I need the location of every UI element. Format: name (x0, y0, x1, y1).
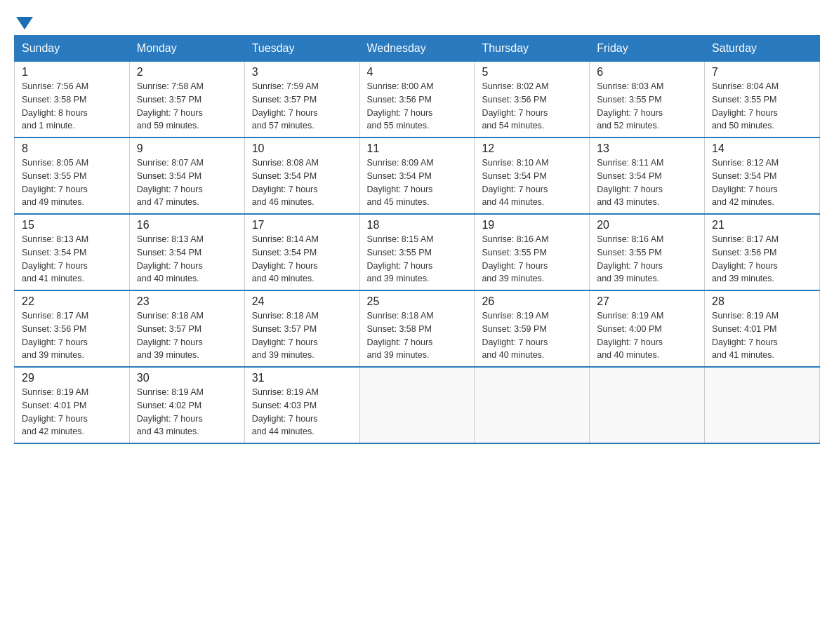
calendar-day-cell: 7 Sunrise: 8:04 AMSunset: 3:55 PMDayligh… (705, 61, 820, 137)
calendar-day-cell: 8 Sunrise: 8:05 AMSunset: 3:55 PMDayligh… (15, 137, 130, 214)
day-info: Sunrise: 8:08 AMSunset: 3:54 PMDaylight:… (252, 156, 352, 209)
day-number: 16 (137, 219, 237, 232)
day-info: Sunrise: 8:13 AMSunset: 3:54 PMDaylight:… (137, 233, 237, 286)
day-info: Sunrise: 8:18 AMSunset: 3:57 PMDaylight:… (137, 309, 237, 362)
day-info: Sunrise: 8:05 AMSunset: 3:55 PMDaylight:… (22, 156, 122, 209)
day-number: 2 (137, 66, 237, 79)
day-number: 25 (367, 295, 468, 308)
day-number: 9 (137, 142, 237, 155)
day-number: 19 (482, 219, 582, 232)
logo (14, 14, 33, 28)
calendar-day-cell: 24 Sunrise: 8:18 AMSunset: 3:57 PMDaylig… (244, 290, 359, 367)
day-number: 26 (482, 295, 582, 308)
calendar-week-row: 15 Sunrise: 8:13 AMSunset: 3:54 PMDaylig… (15, 214, 820, 290)
day-of-week-header: Saturday (705, 36, 820, 61)
calendar-day-cell: 14 Sunrise: 8:12 AMSunset: 3:54 PMDaylig… (705, 137, 820, 214)
calendar-day-cell: 28 Sunrise: 8:19 AMSunset: 4:01 PMDaylig… (705, 290, 820, 367)
day-info: Sunrise: 8:02 AMSunset: 3:56 PMDaylight:… (482, 80, 582, 133)
calendar-week-row: 8 Sunrise: 8:05 AMSunset: 3:55 PMDayligh… (15, 137, 820, 214)
calendar-day-cell: 1 Sunrise: 7:56 AMSunset: 3:58 PMDayligh… (15, 61, 130, 137)
day-info: Sunrise: 7:56 AMSunset: 3:58 PMDaylight:… (22, 80, 122, 133)
day-number: 3 (252, 66, 352, 79)
day-info: Sunrise: 8:15 AMSunset: 3:55 PMDaylight:… (367, 233, 468, 286)
day-info: Sunrise: 8:19 AMSunset: 4:03 PMDaylight:… (252, 386, 352, 438)
day-info: Sunrise: 8:07 AMSunset: 3:54 PMDaylight:… (137, 156, 237, 209)
calendar-week-row: 29 Sunrise: 8:19 AMSunset: 4:01 PMDaylig… (15, 367, 820, 443)
calendar-day-cell: 21 Sunrise: 8:17 AMSunset: 3:56 PMDaylig… (705, 214, 820, 290)
day-info: Sunrise: 8:17 AMSunset: 3:56 PMDaylight:… (22, 309, 122, 362)
day-of-week-header: Thursday (475, 36, 590, 61)
day-number: 18 (367, 219, 468, 232)
calendar-day-cell: 3 Sunrise: 7:59 AMSunset: 3:57 PMDayligh… (244, 61, 359, 137)
calendar-day-cell: 12 Sunrise: 8:10 AMSunset: 3:54 PMDaylig… (475, 137, 590, 214)
day-number: 27 (597, 295, 697, 308)
day-header-row: SundayMondayTuesdayWednesdayThursdayFrid… (15, 36, 820, 61)
calendar-week-row: 22 Sunrise: 8:17 AMSunset: 3:56 PMDaylig… (15, 290, 820, 367)
day-info: Sunrise: 8:11 AMSunset: 3:54 PMDaylight:… (597, 156, 697, 209)
day-info: Sunrise: 8:19 AMSunset: 4:02 PMDaylight:… (137, 386, 237, 438)
day-number: 4 (367, 66, 468, 79)
logo-arrow-icon (16, 17, 33, 29)
day-of-week-header: Sunday (15, 36, 130, 61)
day-number: 24 (252, 295, 352, 308)
calendar-day-cell: 25 Sunrise: 8:18 AMSunset: 3:58 PMDaylig… (359, 290, 475, 367)
calendar-day-cell: 11 Sunrise: 8:09 AMSunset: 3:54 PMDaylig… (359, 137, 475, 214)
page-header (14, 14, 820, 28)
day-number: 28 (712, 295, 812, 308)
calendar-day-cell (590, 367, 705, 443)
day-of-week-header: Tuesday (244, 36, 359, 61)
day-of-week-header: Wednesday (359, 36, 475, 61)
calendar-day-cell: 16 Sunrise: 8:13 AMSunset: 3:54 PMDaylig… (129, 214, 244, 290)
calendar-day-cell: 4 Sunrise: 8:00 AMSunset: 3:56 PMDayligh… (359, 61, 475, 137)
calendar-day-cell: 22 Sunrise: 8:17 AMSunset: 3:56 PMDaylig… (15, 290, 130, 367)
day-number: 5 (482, 66, 582, 79)
day-number: 15 (22, 219, 122, 232)
day-number: 23 (137, 295, 237, 308)
day-number: 12 (482, 142, 582, 155)
calendar-day-cell (475, 367, 590, 443)
calendar-day-cell: 17 Sunrise: 8:14 AMSunset: 3:54 PMDaylig… (244, 214, 359, 290)
day-number: 11 (367, 142, 468, 155)
day-number: 20 (597, 219, 697, 232)
day-info: Sunrise: 8:04 AMSunset: 3:55 PMDaylight:… (712, 80, 812, 133)
calendar-day-cell (359, 367, 475, 443)
day-info: Sunrise: 8:17 AMSunset: 3:56 PMDaylight:… (712, 233, 812, 286)
calendar-day-cell: 9 Sunrise: 8:07 AMSunset: 3:54 PMDayligh… (129, 137, 244, 214)
calendar-day-cell (705, 367, 820, 443)
day-number: 30 (137, 372, 237, 384)
day-number: 8 (22, 142, 122, 155)
calendar-day-cell: 10 Sunrise: 8:08 AMSunset: 3:54 PMDaylig… (244, 137, 359, 214)
calendar-day-cell: 30 Sunrise: 8:19 AMSunset: 4:02 PMDaylig… (129, 367, 244, 443)
day-info: Sunrise: 8:12 AMSunset: 3:54 PMDaylight:… (712, 156, 812, 209)
day-info: Sunrise: 8:19 AMSunset: 4:00 PMDaylight:… (597, 309, 697, 362)
day-number: 14 (712, 142, 812, 155)
day-number: 17 (252, 219, 352, 232)
calendar-day-cell: 26 Sunrise: 8:19 AMSunset: 3:59 PMDaylig… (475, 290, 590, 367)
calendar-day-cell: 23 Sunrise: 8:18 AMSunset: 3:57 PMDaylig… (129, 290, 244, 367)
day-number: 1 (22, 66, 122, 79)
day-info: Sunrise: 8:13 AMSunset: 3:54 PMDaylight:… (22, 233, 122, 286)
calendar-day-cell: 29 Sunrise: 8:19 AMSunset: 4:01 PMDaylig… (15, 367, 130, 443)
calendar-day-cell: 19 Sunrise: 8:16 AMSunset: 3:55 PMDaylig… (475, 214, 590, 290)
day-info: Sunrise: 8:03 AMSunset: 3:55 PMDaylight:… (597, 80, 697, 133)
day-info: Sunrise: 8:19 AMSunset: 4:01 PMDaylight:… (22, 386, 122, 438)
day-info: Sunrise: 8:19 AMSunset: 3:59 PMDaylight:… (482, 309, 582, 362)
day-number: 13 (597, 142, 697, 155)
calendar-table: SundayMondayTuesdayWednesdayThursdayFrid… (14, 35, 820, 444)
day-info: Sunrise: 8:16 AMSunset: 3:55 PMDaylight:… (597, 233, 697, 286)
day-info: Sunrise: 7:59 AMSunset: 3:57 PMDaylight:… (252, 80, 352, 133)
day-info: Sunrise: 8:14 AMSunset: 3:54 PMDaylight:… (252, 233, 352, 286)
calendar-day-cell: 15 Sunrise: 8:13 AMSunset: 3:54 PMDaylig… (15, 214, 130, 290)
day-info: Sunrise: 8:16 AMSunset: 3:55 PMDaylight:… (482, 233, 582, 286)
day-info: Sunrise: 8:19 AMSunset: 4:01 PMDaylight:… (712, 309, 812, 362)
calendar-week-row: 1 Sunrise: 7:56 AMSunset: 3:58 PMDayligh… (15, 61, 820, 137)
calendar-day-cell: 20 Sunrise: 8:16 AMSunset: 3:55 PMDaylig… (590, 214, 705, 290)
day-number: 21 (712, 219, 812, 232)
calendar-day-cell: 6 Sunrise: 8:03 AMSunset: 3:55 PMDayligh… (590, 61, 705, 137)
calendar-day-cell: 5 Sunrise: 8:02 AMSunset: 3:56 PMDayligh… (475, 61, 590, 137)
day-number: 6 (597, 66, 697, 79)
day-number: 10 (252, 142, 352, 155)
day-info: Sunrise: 8:18 AMSunset: 3:57 PMDaylight:… (252, 309, 352, 362)
day-of-week-header: Monday (129, 36, 244, 61)
calendar-day-cell: 13 Sunrise: 8:11 AMSunset: 3:54 PMDaylig… (590, 137, 705, 214)
